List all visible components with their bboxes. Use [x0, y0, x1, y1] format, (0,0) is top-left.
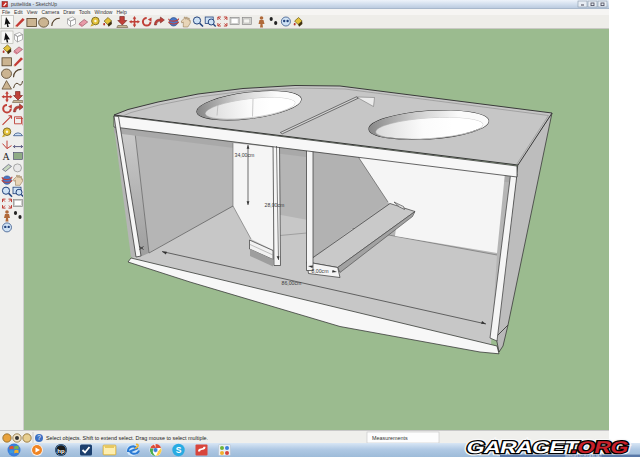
- svg-text:.ORG: .ORG: [570, 437, 631, 456]
- svg-text:Measurements: Measurements: [372, 435, 408, 441]
- svg-text:hp: hp: [57, 448, 65, 454]
- svg-text:28,00cm: 28,00cm: [265, 202, 285, 208]
- svg-text:?: ?: [37, 434, 41, 441]
- svg-text:GARAGET: GARAGET: [465, 437, 582, 456]
- svg-text:A: A: [3, 151, 11, 162]
- svg-text:Select objects. Shift to exten: Select objects. Shift to extend select. …: [46, 435, 208, 441]
- svg-text:S: S: [176, 445, 182, 455]
- svg-text:8,00cm: 8,00cm: [312, 268, 329, 274]
- svg-text:86,00cm: 86,00cm: [282, 280, 302, 286]
- svg-text:34,00cm: 34,00cm: [235, 152, 255, 158]
